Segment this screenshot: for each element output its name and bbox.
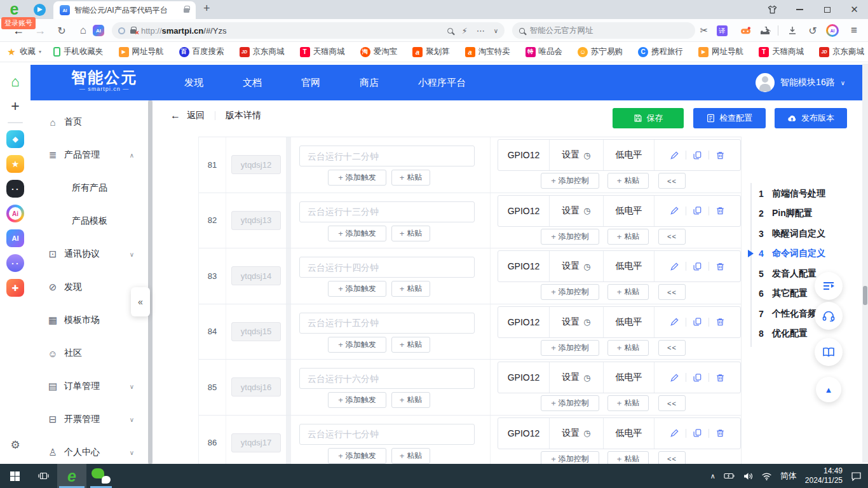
command-id-input[interactable]	[231, 211, 281, 230]
home-icon[interactable]	[6, 72, 24, 90]
bookmark-item[interactable]: 携程旅行	[638, 46, 686, 57]
copy-icon[interactable]	[693, 151, 702, 160]
page-scrollbar[interactable]	[862, 64, 868, 463]
browser-tab[interactable]: AI 智能公元/AI产品零代码平台	[53, 1, 196, 19]
ai-tools-icon[interactable]: AI	[826, 24, 839, 37]
action-cell[interactable]: 设置◷	[550, 196, 604, 226]
sidebar-item[interactable]: 社区	[31, 337, 148, 370]
level-value[interactable]: 低电平	[604, 251, 654, 281]
tray-expand-icon[interactable]: ∧	[710, 472, 715, 480]
level-value[interactable]: 低电平	[604, 418, 654, 449]
bookmark-item[interactable]: 收藏 ▾	[6, 46, 41, 57]
search-box[interactable]	[512, 22, 695, 39]
address-bar[interactable]: http://smartpi.cn/#/Yzs ⚡ ⋯ ∨	[112, 22, 505, 39]
copy-icon[interactable]	[693, 317, 702, 327]
dropdown-chevron-icon[interactable]: ∨	[494, 27, 498, 34]
support-headset-button[interactable]	[815, 302, 843, 330]
paste-trigger-button[interactable]: 粘贴	[391, 392, 430, 408]
gpio-value[interactable]: GPIO12	[498, 418, 550, 449]
bookmark-item[interactable]: 网址导航	[698, 46, 747, 57]
edit-pencil-icon[interactable]	[670, 317, 679, 327]
bot-black-icon[interactable]	[6, 180, 24, 198]
add-control-button[interactable]: 添加控制	[541, 229, 599, 245]
add-control-button[interactable]: 添加控制	[541, 340, 599, 356]
action-cell[interactable]: 设置◷	[550, 362, 604, 393]
command-id-input[interactable]	[231, 322, 281, 341]
trigger-phrase-input[interactable]	[299, 313, 475, 334]
task-view-button[interactable]	[29, 464, 57, 488]
anchor-item[interactable]: 1 前端信号处理	[759, 184, 867, 204]
bookmark-item[interactable]: 淘宝特卖	[465, 46, 513, 57]
delete-trash-icon[interactable]	[715, 373, 725, 383]
theme-shirt-icon[interactable]	[759, 0, 786, 19]
sidebar-collapse-button[interactable]: «	[131, 287, 150, 316]
gpio-value[interactable]: GPIO12	[498, 196, 550, 226]
paste-control-button[interactable]: 粘贴	[607, 173, 649, 189]
command-id-input[interactable]	[231, 433, 281, 452]
back-arrow-icon[interactable]: ←	[170, 110, 180, 121]
level-value[interactable]: 低电平	[604, 362, 654, 393]
new-tab-button[interactable]: +	[203, 2, 210, 15]
ai-blue-icon[interactable]	[6, 229, 24, 247]
gpio-value[interactable]: GPIO12	[498, 251, 550, 281]
sidebar-item[interactable]: 开票管理 ∨	[31, 403, 148, 436]
settings-gear-icon[interactable]: ⚙	[0, 438, 31, 452]
sidebar-scrollbar-thumb[interactable]	[148, 100, 153, 464]
edit-pencil-icon[interactable]	[670, 151, 679, 160]
battery-icon[interactable]	[724, 472, 735, 480]
star-yellow-icon[interactable]	[6, 155, 24, 173]
copy-icon[interactable]	[693, 428, 702, 438]
taskbar-browser-app[interactable]: e	[57, 464, 86, 488]
minimize-button[interactable]	[786, 0, 813, 19]
paste-control-button[interactable]: 粘贴	[607, 340, 649, 356]
action-cell[interactable]: 设置◷	[550, 307, 604, 337]
delete-trash-icon[interactable]	[715, 206, 725, 215]
edit-pencil-icon[interactable]	[670, 262, 679, 271]
add-control-button[interactable]: 添加控制	[541, 451, 599, 464]
site-info-icon[interactable]	[118, 27, 125, 34]
sidebar-scrollbar[interactable]	[148, 100, 153, 464]
ai-assistant-icon[interactable]: AI	[93, 25, 104, 36]
screenshot-scissors-icon[interactable]: ✂	[696, 19, 712, 42]
user-menu[interactable]: 智能模块16路 ∨	[756, 65, 845, 100]
ime-language-indicator[interactable]: 简体	[780, 470, 797, 482]
back-link[interactable]: 返回	[187, 110, 205, 121]
maximize-button[interactable]	[813, 0, 841, 19]
paste-trigger-button[interactable]: 粘贴	[391, 170, 430, 186]
publish-button[interactable]: 发布版本	[775, 108, 847, 128]
restore-undo-icon[interactable]: ↺	[804, 19, 821, 42]
bot-purple-icon[interactable]	[6, 254, 24, 272]
action-cell[interactable]: 设置◷	[550, 418, 604, 449]
download-icon[interactable]	[784, 19, 801, 42]
bookmark-item[interactable]: 爱淘宝	[360, 46, 401, 57]
search-input[interactable]	[530, 26, 688, 35]
login-badge[interactable]: 登录账号	[1, 17, 36, 29]
copy-icon[interactable]	[693, 373, 702, 383]
add-trigger-button[interactable]: 添加触发	[328, 337, 386, 353]
trigger-phrase-input[interactable]	[299, 257, 475, 278]
add-trigger-button[interactable]: 添加触发	[328, 392, 386, 408]
extensions-puzzle-icon[interactable]	[757, 19, 774, 42]
delete-trash-icon[interactable]	[715, 428, 725, 438]
smart-cyan-icon[interactable]	[6, 130, 24, 148]
plus-icon[interactable]	[6, 97, 24, 115]
refresh-button[interactable]: ↻	[52, 19, 71, 42]
trigger-phrase-input[interactable]	[299, 368, 475, 389]
paste-trigger-button[interactable]: 粘贴	[391, 281, 430, 297]
action-cell[interactable]: 设置◷	[550, 140, 604, 170]
notification-center-icon[interactable]	[851, 471, 862, 481]
add-control-button[interactable]: 添加控制	[541, 173, 599, 189]
taskbar-wechat-app[interactable]	[86, 464, 116, 488]
delete-trash-icon[interactable]	[715, 317, 725, 327]
level-value[interactable]: 低电平	[604, 196, 654, 226]
collapse-row-button[interactable]: <<	[658, 340, 686, 356]
collapse-row-button[interactable]: <<	[658, 451, 686, 464]
paste-trigger-button[interactable]: 粘贴	[391, 448, 430, 464]
sidebar-item[interactable]: 通讯协议 ∨	[31, 238, 148, 271]
gpio-value[interactable]: GPIO12	[498, 307, 550, 337]
trigger-phrase-input[interactable]	[299, 424, 475, 445]
command-id-input[interactable]	[231, 377, 281, 396]
strip-divider[interactable]	[8, 122, 23, 123]
bookmark-item[interactable]: 百度搜索	[179, 46, 227, 57]
edit-pencil-icon[interactable]	[670, 206, 679, 215]
